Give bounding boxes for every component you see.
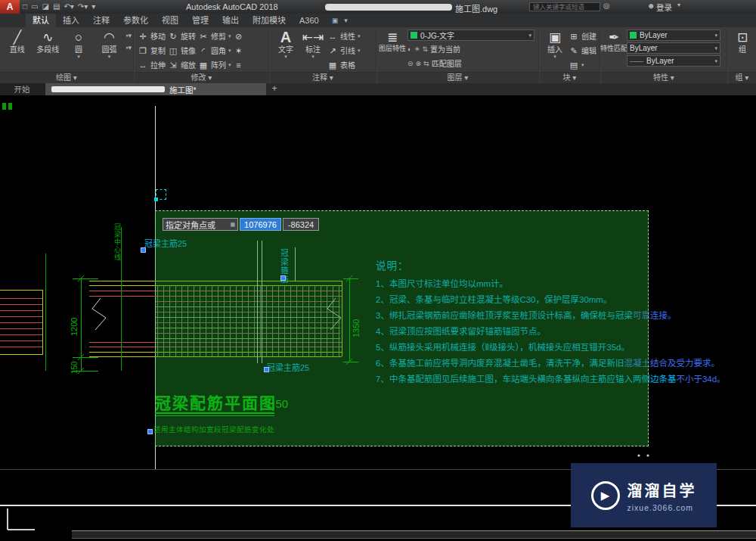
circle-button[interactable]: ○ 圆 ▾ [64, 29, 93, 59]
redo-icon[interactable]: ↷▾ [78, 0, 88, 14]
app-title: Autodesk AutoCAD 2018 [186, 2, 278, 11]
stretch-button[interactable]: ↔拉伸 [138, 58, 166, 72]
autocad-logo[interactable]: A [0, 0, 20, 14]
rotate-icon: ↻ [168, 31, 178, 42]
tab-output[interactable]: 输出 [215, 14, 246, 27]
dim-text-150: 150 [70, 361, 79, 374]
layer-color-swatch [411, 32, 417, 39]
panel-block-label[interactable]: 块 ▾ [540, 72, 600, 83]
leader-button[interactable]: ↗引线▾ [327, 43, 361, 58]
search-binoculars-icon[interactable]: ◎ [603, 2, 610, 10]
fillet-button[interactable]: ◜圆角▾ [198, 43, 231, 58]
match-layer-button[interactable]: 匹配图层 [432, 58, 462, 69]
block-attributes-icon[interactable]: ▤ [569, 60, 579, 70]
text-button[interactable]: A 文字▾ [273, 29, 299, 59]
panel-groups-label[interactable]: 组 ▾ [728, 72, 756, 83]
grip-handle[interactable] [264, 367, 269, 372]
polyline-button[interactable]: ∿ 多段线 [34, 29, 63, 54]
tab-manage[interactable]: 管理 [185, 14, 215, 27]
drawing-tab[interactable]: 施工图* [45, 83, 266, 95]
rotate-button[interactable]: ↻旋转 [168, 29, 196, 43]
layer-state-icon[interactable]: ◐ [407, 45, 411, 53]
line-button[interactable]: ╱ 直线 [3, 29, 32, 54]
tab-a360[interactable]: A360 [293, 14, 326, 27]
watermark-site: zixue.3066.com [627, 503, 697, 512]
layer-isolate-icon[interactable]: ⊜ [407, 60, 414, 67]
mirror-icon: ◫ [168, 45, 178, 56]
trim-button[interactable]: ✂修剪▾ [198, 29, 231, 43]
start-tab[interactable]: 开始 [0, 83, 44, 95]
layer-off-icon[interactable]: ⊗ [416, 60, 422, 67]
open-file-icon[interactable]: ▭ [31, 0, 38, 14]
move-button[interactable]: ✛移动 [138, 29, 166, 43]
panel-properties: ✒ 特性匹配 ByLayer ▾ ByLayer ▾ —— ByLayer ▾ [601, 27, 727, 83]
tab-addins[interactable]: 附加模块 [246, 14, 293, 27]
match-properties-button[interactable]: ✒ 特性匹配 [604, 29, 624, 52]
draw-flyout-2-icon[interactable]: ▪▾ [125, 44, 132, 51]
dimension-button[interactable]: ⇤⇥ 标注▾ [300, 29, 326, 59]
object-color-dropdown[interactable]: ByLayer ▾ [627, 30, 720, 41]
table-button[interactable]: ▦表格 [327, 58, 361, 72]
grip-handle[interactable] [141, 247, 146, 253]
tab-view[interactable]: 视图 [155, 14, 185, 27]
linear-icon: ↔ [327, 31, 338, 42]
array-button[interactable]: ▦阵列▾ [198, 58, 231, 72]
qat-menu-icon[interactable]: ▾ [91, 0, 95, 14]
set-current-button[interactable]: 置为当前 [430, 43, 460, 54]
tab-default[interactable]: 默认 [26, 14, 56, 27]
erase-icon[interactable]: ⊘ [234, 31, 244, 42]
lineweight-dropdown[interactable]: ByLayer ▾ [627, 42, 720, 54]
layer-lock-icon[interactable]: ⇅ [423, 45, 429, 53]
tab-insert[interactable]: 插入 [56, 14, 86, 27]
doc-title: 施工图.dwg [455, 2, 497, 14]
group-button[interactable]: ⊡ 组 [731, 29, 754, 54]
dynamic-input-x-field[interactable]: 1076976 [240, 218, 281, 231]
new-drawing-tab-button[interactable]: + [266, 83, 283, 95]
sign-in-caret-icon[interactable]: ▾ [677, 2, 680, 8]
tab-annotate[interactable]: 注释 [86, 14, 116, 27]
offset-icon[interactable]: ≡ [234, 60, 244, 70]
object-color-swatch [630, 32, 637, 39]
command-line-bar[interactable] [72, 530, 756, 539]
linetype-dropdown[interactable]: —— ByLayer ▾ [627, 55, 720, 67]
user-icon[interactable]: ☻ [647, 2, 655, 10]
watermark-brand: 溜溜自学 [627, 479, 697, 501]
panel-modify-label[interactable]: 修改 ▾ [135, 72, 268, 83]
drawing-canvas[interactable]: 1200 150 1350 冠梁主筋25 冠梁箍筋 冠梁主筋25 冠梁中心线 说… [0, 95, 756, 541]
draw-flyout-1-icon[interactable]: ▪▾ [125, 32, 132, 39]
save-icon[interactable]: ◪ [42, 0, 49, 14]
copy-button[interactable]: ❐复制 [138, 43, 166, 58]
scale-button[interactable]: ⇲缩放 [168, 58, 196, 72]
create-block-button[interactable]: ⊞创建 [569, 29, 596, 43]
layer-walk-icon[interactable]: ⇆ [423, 60, 429, 67]
featured-apps-icon[interactable]: ▣ [332, 14, 339, 27]
ribbon-options-caret-icon[interactable]: ▾ [344, 14, 348, 27]
grip-handle[interactable] [280, 275, 286, 281]
insert-block-button[interactable]: ▣ 插入▾ [543, 29, 567, 59]
layer-freeze-icon[interactable]: ☀ [414, 45, 420, 53]
dynamic-input-y-field[interactable]: -86324 [283, 218, 319, 231]
arc-button[interactable]: ◠ 圆弧 ▾ [95, 29, 124, 59]
move-icon: ✛ [138, 31, 148, 42]
edit-block-button[interactable]: ✎编辑 [569, 43, 596, 58]
linear-button[interactable]: ↔线性▾ [327, 29, 361, 43]
panel-block: ▣ 插入▾ ⊞创建 ✎编辑 ▤▾ 块 ▾ [540, 27, 600, 83]
sign-in-button[interactable]: 登录 [656, 2, 672, 13]
dynamic-input-options-icon[interactable]: ▦ [230, 222, 235, 228]
linetype-sample-icon: —— [630, 58, 643, 65]
layer-properties-button[interactable]: ≣ 图层特性 [380, 29, 404, 52]
undo-icon[interactable]: ↶▾ [64, 0, 73, 14]
tab-parametric[interactable]: 参数化 [116, 14, 155, 27]
panel-annotation-label[interactable]: 注释 ▾ [270, 72, 376, 83]
search-input[interactable] [529, 2, 600, 11]
plot-icon[interactable]: ▤ [53, 0, 60, 14]
mirror-button[interactable]: ◫镜像 [168, 43, 196, 58]
panel-layers-label[interactable]: 图层 ▾ [377, 72, 538, 83]
new-file-icon[interactable]: □ [23, 0, 27, 14]
panel-properties-label[interactable]: 特性 ▾ [601, 72, 727, 83]
panel-draw-label[interactable]: 绘图 ▾ [0, 72, 133, 83]
layer-dropdown[interactable]: 0-JG-文字 ▾ [407, 30, 534, 41]
drawing-tab-label: 施工图* [169, 84, 197, 95]
explode-icon[interactable]: ✶ [234, 45, 244, 56]
grip-handle[interactable] [147, 429, 153, 434]
